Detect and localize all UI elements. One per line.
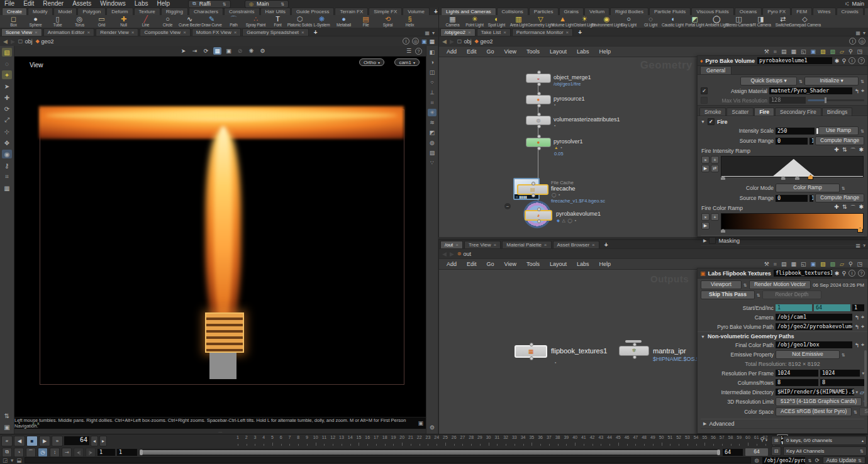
net-folder-icon[interactable]: ▱ <box>840 261 844 268</box>
display-fog-icon[interactable]: ≋ <box>428 119 437 126</box>
tool-point-light[interactable]: ✳Point Light <box>464 16 486 27</box>
pin-icon[interactable]: i <box>849 38 856 45</box>
pane-tab-obj-geo2[interactable]: /obj/geo2× <box>440 28 476 36</box>
ramp-add-button[interactable]: + <box>711 213 719 221</box>
render-target-spinner[interactable]: ⇅ <box>743 283 747 287</box>
fire-enable-checkbox[interactable] <box>708 118 715 125</box>
pane-tab-render-view[interactable]: Render View× <box>96 28 138 36</box>
shelf-tab-rigid-bodies[interactable]: Rigid Bodies <box>610 8 648 15</box>
node-chooser-icon[interactable]: ⌖ <box>861 341 864 348</box>
node-chooser-icon[interactable]: ⌖ <box>861 314 864 321</box>
jump-arrow-icon[interactable]: ↰ <box>854 324 859 330</box>
tool-caustic-light[interactable]: ◖Caustic Light <box>662 16 684 27</box>
tool-geometry-light[interactable]: ▽Geometry Light <box>530 16 552 27</box>
keys-info-bar[interactable]: 0 keys, 0/0 channels▴ <box>783 436 867 445</box>
follow-icon[interactable]: ◎ <box>859 38 865 45</box>
tool-volume-icon[interactable]: ▧ <box>2 48 12 57</box>
compute-range-button[interactable]: Compute Range <box>815 136 864 145</box>
animation-toggle-icon[interactable]: ⌒ <box>26 448 36 457</box>
ramp-curve-icon[interactable]: ⌒ <box>850 204 855 212</box>
final-color-path-field[interactable]: /obj/geo1/box <box>776 341 852 348</box>
tool-draw-curve[interactable]: ✎Draw Curve <box>201 16 223 27</box>
collapse-arrow-icon[interactable]: ▼ <box>701 119 705 124</box>
play-button[interactable]: ▶ <box>39 436 50 446</box>
max-vis-checkbox[interactable] <box>701 97 708 104</box>
shelf-tab-model[interactable]: Model <box>53 8 77 15</box>
pane-tab-performance-monitor[interactable]: Performance Monitor× <box>512 28 573 36</box>
shelf-tab-vellum[interactable]: Vellum <box>584 8 609 15</box>
pin-icon[interactable]: i <box>403 38 409 45</box>
next-key-icon[interactable]: |▸ <box>86 448 96 457</box>
tool-misc1-icon[interactable]: ⇅ <box>2 411 12 420</box>
tool-rotate-icon[interactable]: ⟳ <box>2 104 12 113</box>
tool-key-icon[interactable]: ⚷ <box>2 161 12 170</box>
folder-tab-fire[interactable]: Fire <box>754 108 774 116</box>
folder-tab-scatter[interactable]: Scatter <box>726 108 754 116</box>
ortho-button[interactable]: Ortho▾ <box>359 58 384 66</box>
ramp-cycle-button[interactable]: ⇄ <box>711 165 719 172</box>
expand-arrow-icon[interactable]: ▶ <box>703 238 706 243</box>
tool-scale-icon[interactable]: ⤢ <box>2 116 12 124</box>
tool-lasso-icon[interactable]: ◌ <box>2 59 12 68</box>
rows-field[interactable]: 8 <box>820 379 864 386</box>
pyro-bake-path-field[interactable]: /obj/geo2/pyrobakevolume1 <box>776 323 852 330</box>
viewport-scrollbar[interactable]: ⋯ <box>14 429 426 434</box>
info-icon[interactable]: i <box>849 57 855 64</box>
tool-camera[interactable]: ▦Camera <box>442 16 464 27</box>
pane-tab-asset-browser[interactable]: Asset Browser× <box>553 241 599 248</box>
shelf-tab-lights-and-cameras[interactable]: Lights and Cameras <box>441 8 496 15</box>
shelf-tab-constraints[interactable]: Constraints <box>224 8 259 15</box>
pane-menu-arrow[interactable]: ▾ <box>432 30 435 36</box>
tool-handles-icon[interactable]: ⊹ <box>2 127 12 136</box>
pane-add-tab-button[interactable]: + <box>574 30 586 36</box>
net-list-icon[interactable]: ▤ <box>781 48 787 55</box>
shelf-tab-deform[interactable]: Deform <box>106 8 133 15</box>
close-tab-icon[interactable]: × <box>131 30 135 35</box>
skip-this-pass-dropdown[interactable]: Skip This Pass <box>701 290 755 299</box>
pane-tab-out[interactable]: /out× <box>440 241 463 248</box>
node-chooser-icon[interactable]: ⌖ <box>861 87 864 94</box>
network-menu-tools[interactable]: Tools <box>521 260 545 268</box>
tool-null[interactable]: ✚Null <box>113 16 135 27</box>
close-tab-icon[interactable]: × <box>566 30 569 35</box>
assign-material-checkbox[interactable] <box>701 87 708 94</box>
close-tab-icon[interactable]: × <box>468 30 471 35</box>
pane-tab-take-list[interactable]: Take List× <box>477 28 511 36</box>
intermediate-menu-arrow[interactable]: ▾ <box>856 390 859 394</box>
help-icon[interactable]: ? <box>858 270 865 277</box>
inc-field[interactable]: 1 <box>852 304 864 311</box>
gear-flower-icon[interactable]: ❋ <box>247 47 255 55</box>
jump-end-button[interactable]: » <box>52 436 63 446</box>
ramp-flip-icon[interactable]: ⇅ <box>842 146 847 155</box>
resolution-y-field[interactable]: 1024 <box>820 370 860 377</box>
display-shadows-icon[interactable]: ◩ <box>428 129 437 136</box>
node-name-field[interactable]: pyrobakevolume1 <box>757 57 832 64</box>
shelf-tab-collisions[interactable]: Collisions <box>497 8 528 15</box>
camera-lock-icon[interactable]: ▣ <box>418 420 423 426</box>
tool-tube[interactable]: ▯Tube <box>47 16 69 27</box>
gear-icon[interactable]: ✱ <box>835 270 840 277</box>
net-grid-icon[interactable]: ▦ <box>791 261 796 268</box>
jump-arrow-icon[interactable]: ↰ <box>854 88 859 94</box>
help-icon[interactable]: ? <box>858 57 865 64</box>
net-color-yellow-icon[interactable]: ▨ <box>820 261 826 268</box>
tool-torus[interactable]: ◎Torus <box>69 16 91 27</box>
expand-arrow-icon[interactable]: ▶ <box>703 421 706 426</box>
jump-arrow-icon[interactable]: ↰ <box>854 342 859 348</box>
pane-add-tab-button[interactable]: + <box>601 242 612 248</box>
menu-file[interactable]: File <box>0 0 19 8</box>
collapse-arrow-icon[interactable]: ▼ <box>701 334 705 339</box>
playbar-zoom-arrow[interactable]: ▾ <box>765 438 767 442</box>
node-pyrosolver1[interactable]: ● <box>526 138 551 147</box>
scoped-channels-icon[interactable]: ⊞ <box>771 436 781 445</box>
setup-ocio-button[interactable]: Set Up OCIO ACES <box>859 407 868 416</box>
status-toggle3-icon[interactable]: ⬓ <box>16 457 21 463</box>
ramp-delete-button[interactable]: × <box>701 156 709 163</box>
display-settings-icon[interactable]: ⚙ <box>428 424 437 431</box>
forward-icon[interactable]: ▶ <box>11 38 15 45</box>
shelf-tab-create[interactable]: Create <box>2 8 27 15</box>
tool-vr-camera[interactable]: ◨VR Camera <box>750 16 772 27</box>
shelf-tab-volume[interactable]: Volume <box>403 8 430 15</box>
tool-grid[interactable]: ▭Grid <box>91 16 113 27</box>
camera-path-field[interactable]: /obj/cam1 <box>776 314 852 321</box>
